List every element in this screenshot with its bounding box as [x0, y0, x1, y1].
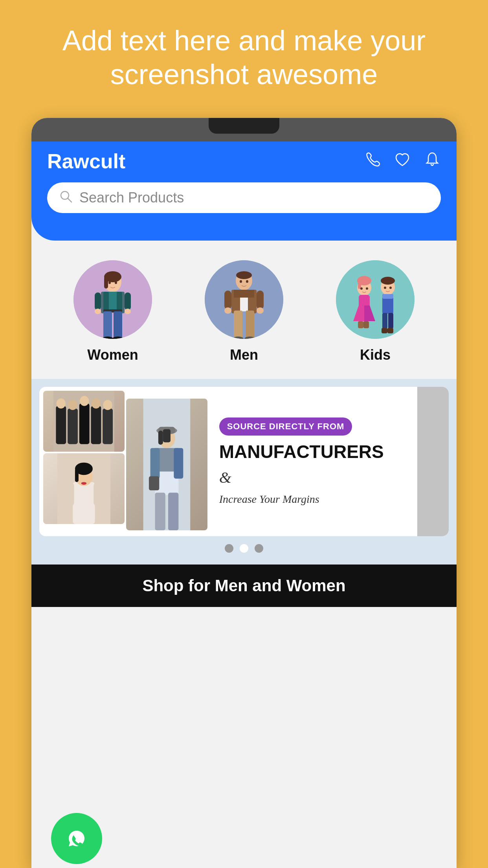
kids-label: Kids — [360, 347, 391, 363]
svg-rect-59 — [79, 403, 90, 444]
svg-rect-31 — [224, 291, 231, 309]
svg-point-19 — [115, 281, 117, 284]
top-heading: Add text here and make your screenshot a… — [31, 24, 457, 92]
app-logo: Rawcult — [47, 149, 125, 173]
svg-rect-26 — [234, 290, 254, 298]
svg-rect-53 — [387, 328, 393, 333]
top-text-area: Add text here and make your screenshot a… — [0, 0, 488, 107]
svg-rect-81 — [168, 493, 178, 530]
carousel-dots — [31, 544, 457, 553]
banner-text-area: SOURCE DIRECTLY FROM MANUFACTURERS & Inc… — [211, 387, 417, 536]
dot-2[interactable] — [240, 544, 248, 553]
category-women[interactable]: Women — [73, 260, 152, 363]
svg-rect-85 — [149, 476, 159, 490]
svg-rect-74 — [75, 469, 79, 482]
svg-point-33 — [224, 307, 231, 314]
bottom-bar-text: Shop for Men and Women — [47, 576, 441, 595]
svg-point-44 — [360, 287, 363, 290]
banner-subtext: Increase Your Margins — [219, 493, 409, 506]
svg-point-34 — [257, 307, 264, 314]
kids-circle — [336, 260, 415, 339]
banner-badge: SOURCE DIRECTLY FROM — [219, 417, 352, 436]
dot-1[interactable] — [225, 544, 233, 553]
phone-icon[interactable] — [364, 151, 381, 171]
svg-point-22 — [236, 271, 252, 279]
svg-rect-78 — [150, 448, 160, 479]
whatsapp-icon — [63, 825, 90, 852]
notch — [209, 118, 279, 134]
banner-photos — [39, 387, 211, 536]
search-icon — [59, 189, 73, 206]
app-header: Rawcult — [31, 142, 457, 241]
banner-photo-3 — [43, 453, 125, 524]
women-label: Women — [87, 347, 138, 363]
svg-point-36 — [246, 280, 248, 283]
svg-rect-71 — [94, 482, 101, 506]
svg-rect-58 — [68, 408, 78, 444]
svg-rect-51 — [388, 313, 393, 329]
svg-point-18 — [108, 281, 111, 284]
banner-section: SOURCE DIRECTLY FROM MANUFACTURERS & Inc… — [31, 379, 457, 565]
svg-rect-50 — [382, 313, 387, 329]
svg-rect-11 — [114, 311, 122, 339]
svg-point-55 — [389, 287, 392, 289]
bell-icon[interactable] — [424, 151, 441, 171]
svg-rect-52 — [382, 328, 387, 333]
banner-headline: MANUFACTURERS — [219, 442, 409, 462]
svg-rect-57 — [56, 406, 66, 444]
svg-rect-68 — [73, 482, 95, 524]
status-bar — [31, 118, 457, 142]
svg-rect-80 — [155, 493, 165, 530]
svg-rect-79 — [174, 448, 183, 479]
svg-rect-14 — [95, 292, 101, 310]
svg-point-45 — [366, 287, 368, 290]
svg-rect-60 — [91, 406, 101, 444]
categories-section: Women — [31, 241, 457, 379]
category-men[interactable]: Men — [205, 260, 283, 363]
bottom-bar: Shop for Men and Women — [31, 565, 457, 607]
banner-photo-2 — [126, 399, 207, 530]
men-label: Men — [230, 347, 258, 363]
svg-rect-28 — [246, 311, 254, 339]
banner-photo-1 — [43, 391, 125, 452]
svg-point-37 — [336, 260, 415, 339]
svg-point-63 — [68, 400, 77, 410]
svg-rect-15 — [125, 292, 131, 310]
category-kids[interactable]: Kids — [336, 260, 415, 363]
banner-side-preview — [417, 387, 449, 536]
svg-point-17 — [125, 309, 131, 314]
search-bar[interactable]: Search Products — [47, 182, 441, 213]
header-icons — [364, 151, 441, 171]
svg-rect-43 — [363, 321, 369, 328]
search-placeholder: Search Products — [79, 189, 184, 206]
svg-point-54 — [384, 287, 386, 289]
svg-point-64 — [80, 396, 89, 406]
svg-rect-70 — [66, 482, 74, 506]
phone-frame: Rawcult — [31, 118, 457, 868]
svg-rect-10 — [103, 311, 112, 339]
svg-point-47 — [381, 277, 395, 285]
svg-point-62 — [57, 398, 66, 408]
svg-rect-5 — [104, 277, 108, 289]
svg-rect-87 — [158, 430, 163, 445]
women-circle — [73, 260, 152, 339]
svg-rect-32 — [257, 291, 264, 309]
whatsapp-button[interactable] — [51, 813, 102, 864]
svg-point-72 — [81, 482, 87, 485]
svg-rect-40 — [358, 279, 361, 289]
header-top-row: Rawcult — [47, 149, 441, 173]
svg-point-35 — [240, 280, 242, 283]
svg-point-16 — [95, 309, 101, 314]
dot-3[interactable] — [255, 544, 263, 553]
svg-rect-49 — [382, 294, 393, 299]
svg-point-65 — [92, 398, 101, 408]
svg-line-1 — [68, 198, 72, 202]
heart-icon[interactable] — [394, 151, 411, 171]
svg-rect-42 — [358, 321, 363, 328]
banner-card[interactable]: SOURCE DIRECTLY FROM MANUFACTURERS & Inc… — [39, 387, 449, 536]
svg-rect-86 — [163, 429, 171, 443]
men-circle — [205, 260, 283, 339]
svg-point-66 — [103, 400, 112, 410]
svg-rect-61 — [103, 408, 113, 444]
banner-ampersand: & — [219, 468, 409, 487]
